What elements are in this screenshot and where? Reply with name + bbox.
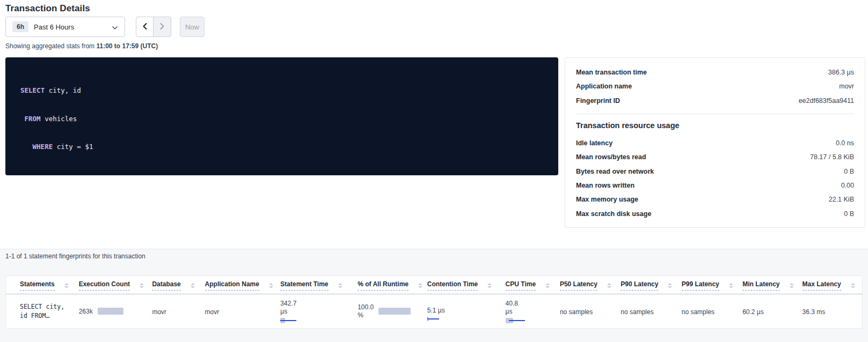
chevron-right-icon <box>159 23 165 32</box>
cell-p90-latency: no samples <box>621 294 681 329</box>
resource-value: 78.17 / 5.8 KiB <box>810 153 854 161</box>
column-header-contention-time[interactable]: Contention Time <box>427 276 506 294</box>
column-header-cpu-time[interactable]: CPU Time <box>506 276 560 294</box>
column-header-p50-latency[interactable]: P50 Latency <box>560 276 621 294</box>
aggregated-stats-subtitle: Showing aggregated stats from 11:00 to 1… <box>5 42 158 50</box>
sort-icon[interactable] <box>487 283 492 288</box>
cell-statement-time: 342.7 µs <box>280 294 358 329</box>
time-toolbar: 6h Past 6 Hours Now <box>5 17 205 37</box>
sort-icon[interactable] <box>790 283 794 288</box>
time-range-dropdown[interactable]: 6h Past 6 Hours <box>5 17 125 37</box>
column-header-application-name[interactable]: Application Name <box>205 276 281 294</box>
sql-text: vehicles <box>41 115 77 123</box>
column-header-percent-of-all-runtime[interactable]: % of All Runtime <box>358 276 427 294</box>
sql-text: city = $1 <box>53 143 93 151</box>
cpu-time-unit: µs <box>506 308 558 316</box>
chevron-left-icon <box>142 23 148 32</box>
statement-time-unit: µs <box>280 308 355 316</box>
sort-icon[interactable] <box>269 283 273 288</box>
sort-icon[interactable] <box>607 283 611 288</box>
sort-icon[interactable] <box>338 283 342 288</box>
sort-icon[interactable] <box>729 283 733 288</box>
summary-row-fingerprint-id: Fingerprint ID ee2df683f5aa9411 <box>576 94 854 108</box>
resource-row-bytes-read-over-network: Bytes read over network 0 B <box>576 164 854 178</box>
sort-icon[interactable] <box>545 283 550 288</box>
resource-row-idle-latency: Idle latency 0.0 ns <box>576 136 854 150</box>
summary-label: Fingerprint ID <box>576 97 620 105</box>
resource-value: 0.0 ns <box>836 139 854 147</box>
resource-value: 0 B <box>844 168 854 175</box>
resource-value: 22.1 KiB <box>829 196 854 203</box>
summary-label: Mean transaction time <box>576 69 647 76</box>
column-header-p99-latency[interactable]: P99 Latency <box>682 276 742 294</box>
statement-row: SELECT city, id FROM… 263k movr movr <box>6 294 862 329</box>
statement-fingerprint-count: 1-1 of 1 statement fingerprints for this… <box>5 252 145 260</box>
sql-line: SELECT city, id <box>20 86 558 95</box>
cell-max-latency: 36.3 ms <box>803 294 862 329</box>
column-header-min-latency[interactable]: Min Latency <box>742 276 802 294</box>
max-latency-value: 36.3 ms <box>803 308 826 316</box>
statement-time-value: 342.7 <box>280 300 355 308</box>
cell-execution-count: 263k <box>79 294 152 329</box>
resource-row-mean-rows-written: Mean rows written 0.00 <box>576 179 854 192</box>
transaction-details-page: Transaction Details 6h Past 6 Hours Now <box>0 0 868 342</box>
prev-interval-button[interactable] <box>136 17 154 37</box>
sql-keyword: SELECT <box>20 86 45 94</box>
transaction-summary-card: Mean transaction time 386.3 µs Applicati… <box>565 57 865 228</box>
page-title: Transaction Details <box>5 3 90 14</box>
statements-table-card: Statements Execution Count Database Appl… <box>5 276 863 329</box>
next-interval-button[interactable] <box>154 17 171 37</box>
sort-icon[interactable] <box>668 283 672 288</box>
sql-line: FROM vehicles <box>20 114 558 124</box>
resource-label: Idle latency <box>576 139 612 147</box>
statement-text-line2: id FROM… <box>20 312 49 319</box>
cell-p99-latency: no samples <box>682 294 742 329</box>
resource-label: Mean rows/bytes read <box>576 153 646 161</box>
sort-icon[interactable] <box>191 283 195 288</box>
contention-time-bar <box>427 317 440 321</box>
resource-row-mean-rows-bytes-read: Mean rows/bytes read 78.17 / 5.8 KiB <box>576 150 854 164</box>
cell-statement: SELECT city, id FROM… <box>6 294 79 329</box>
cpu-time-bar <box>506 318 527 323</box>
cell-database: movr <box>152 294 205 329</box>
subtitle-range: 11:00 to 17:59 (UTC) <box>96 42 158 50</box>
resource-label: Max memory usage <box>576 196 638 203</box>
sort-icon[interactable] <box>64 283 69 288</box>
resource-label: Max scratch disk usage <box>576 210 651 218</box>
cell-percent-of-all-runtime: 100.0 % <box>358 294 427 329</box>
summary-value: movr <box>839 83 854 90</box>
table-header-row: Statements Execution Count Database Appl… <box>6 276 862 294</box>
summary-row-mean-transaction-time: Mean transaction time 386.3 µs <box>576 65 854 79</box>
statement-text-line1: SELECT city, <box>20 303 64 310</box>
time-step-buttons <box>136 17 171 37</box>
subtitle-prefix: Showing aggregated stats from <box>5 42 94 50</box>
execution-count-bar <box>98 308 123 315</box>
summary-label: Application name <box>576 83 632 90</box>
column-header-statement-time[interactable]: Statement Time <box>280 276 358 294</box>
sort-icon[interactable] <box>140 283 144 288</box>
column-header-database[interactable]: Database <box>152 276 205 294</box>
application-name-value: movr <box>205 308 220 316</box>
summary-value: 386.3 µs <box>828 69 854 76</box>
now-button[interactable]: Now <box>180 17 205 37</box>
statement-time-bar <box>280 318 302 323</box>
cell-p50-latency: no samples <box>560 294 621 329</box>
sort-icon[interactable] <box>418 283 422 288</box>
interval-label: Past 6 Hours <box>34 23 112 31</box>
resource-row-max-memory-usage: Max memory usage 22.1 KiB <box>576 192 854 206</box>
resource-usage-heading: Transaction resource usage <box>576 121 854 130</box>
sql-keyword: FROM <box>25 115 41 123</box>
resource-label: Mean rows written <box>576 182 634 189</box>
statement-link[interactable]: SELECT city, id FROM… <box>20 302 77 321</box>
execution-count-value: 263k <box>79 308 93 315</box>
contention-time-value: 5.1 µs <box>427 307 504 315</box>
column-header-max-latency[interactable]: Max Latency <box>803 276 862 294</box>
sort-icon[interactable] <box>851 283 855 288</box>
interval-badge: 6h <box>12 21 28 32</box>
summary-row-application-name: Application name movr <box>576 79 854 93</box>
cell-application-name: movr <box>205 294 281 329</box>
chevron-down-icon <box>112 24 118 30</box>
column-header-execution-count[interactable]: Execution Count <box>79 276 152 294</box>
column-header-p90-latency[interactable]: P90 Latency <box>621 276 681 294</box>
column-header-statements[interactable]: Statements <box>6 276 79 294</box>
